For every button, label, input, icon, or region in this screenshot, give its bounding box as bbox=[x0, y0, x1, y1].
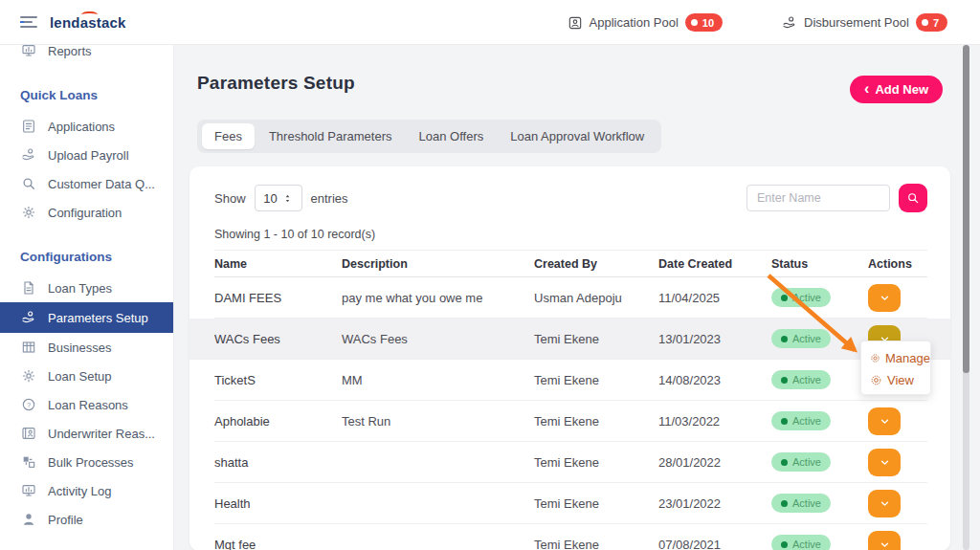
search-input[interactable] bbox=[746, 185, 890, 211]
tab-bar: Fees Threshold Parameters Loan Offers Lo… bbox=[197, 120, 661, 153]
disbursement-pool[interactable]: Disbursement Pool 7 bbox=[782, 13, 947, 32]
sidebar-item-loan-reasons[interactable]: Loan Reasons bbox=[0, 390, 173, 419]
sidebar-item-customer-data-query[interactable]: Customer Data Q... bbox=[0, 169, 173, 198]
menu-item-label: Manage bbox=[885, 351, 930, 365]
table-grid-icon bbox=[21, 340, 36, 355]
column-header-description: Description bbox=[342, 257, 534, 271]
cell-created-by: Temi Ekene bbox=[534, 455, 658, 470]
hand-coin-icon bbox=[782, 15, 797, 31]
monitor-chart-icon bbox=[21, 483, 36, 498]
sidebar-item-configuration[interactable]: Configuration bbox=[0, 198, 173, 227]
search-icon bbox=[906, 191, 920, 205]
row-actions-button[interactable] bbox=[868, 449, 901, 476]
sidebar-section-configurations: Configurations bbox=[20, 250, 173, 264]
search-controls bbox=[746, 184, 927, 212]
sidebar-item-label: Businesses bbox=[48, 341, 111, 355]
status-label: Active bbox=[792, 539, 821, 550]
menu-item-label: View bbox=[887, 373, 914, 387]
sidebar-item-label: Upload Payroll bbox=[48, 148, 129, 163]
show-label: Show bbox=[214, 191, 246, 206]
disbursement-pool-count: 7 bbox=[933, 17, 939, 29]
tab-loan-approval-workflow[interactable]: Loan Approval Workflow bbox=[498, 123, 657, 149]
hand-coin-icon bbox=[21, 310, 36, 325]
search-button[interactable] bbox=[899, 184, 927, 212]
sidebar-item-loan-types[interactable]: Loan Types bbox=[0, 274, 173, 302]
records-summary: Showing 1 - 10 of 10 record(s) bbox=[214, 228, 950, 241]
page-size-control: Show 10 entries bbox=[214, 185, 348, 211]
row-actions-button[interactable] bbox=[868, 284, 901, 312]
sidebar-section-quick-loans: Quick Loans bbox=[20, 88, 173, 102]
scrollbar-thumb[interactable] bbox=[963, 45, 969, 373]
tab-loan-offers[interactable]: Loan Offers bbox=[407, 123, 497, 149]
menu-line bbox=[20, 16, 37, 18]
row-actions-button[interactable] bbox=[868, 531, 901, 550]
cell-created-by: Temi Ekene bbox=[534, 414, 658, 429]
sidebar-item-loan-setup[interactable]: Loan Setup bbox=[0, 362, 173, 390]
cell-date-created: 14/08/2023 bbox=[658, 373, 771, 387]
fees-table-card: Show 10 entries Showing 1 - 10 of 10 rec… bbox=[189, 166, 950, 550]
sidebar-item-label: Customer Data Q... bbox=[48, 177, 155, 191]
page-size-value: 10 bbox=[263, 191, 277, 206]
sidebar-item-reports[interactable]: Reports bbox=[0, 45, 173, 65]
cell-created-by: Temi Ekene bbox=[534, 538, 658, 550]
application-pool-count: 10 bbox=[702, 17, 714, 29]
cell-description: WACs Fees bbox=[342, 332, 534, 346]
presentation-icon bbox=[21, 45, 36, 58]
sidebar-item-label: Bulk Processes bbox=[48, 455, 134, 470]
sidebar-item-parameters-setup[interactable]: Parameters Setup bbox=[0, 302, 173, 333]
sidebar-item-underwriter-reasons[interactable]: Underwriter Reas... bbox=[0, 419, 173, 448]
table-row: DAMI FEES pay me what you owe me Usman A… bbox=[214, 277, 927, 319]
hand-coin-icon bbox=[21, 147, 36, 163]
badge-dot bbox=[922, 19, 928, 26]
sidebar-item-label: Applications bbox=[48, 120, 115, 134]
menu-item-view[interactable]: View bbox=[870, 369, 930, 391]
cell-name: Mgt fee bbox=[214, 538, 342, 550]
menu-line bbox=[20, 26, 37, 28]
status-label: Active bbox=[792, 415, 821, 427]
sidebar-item-applications[interactable]: Applications bbox=[0, 112, 173, 141]
status-badge: Active bbox=[771, 411, 831, 430]
person-icon bbox=[21, 512, 36, 527]
column-header-name: Name bbox=[214, 257, 342, 271]
entries-label: entries bbox=[311, 191, 348, 206]
status-badge: Active bbox=[771, 329, 831, 348]
status-dot-icon bbox=[781, 295, 788, 301]
row-actions-button[interactable] bbox=[868, 407, 901, 435]
sidebar-item-profile[interactable]: Profile bbox=[0, 505, 173, 534]
status-label: Active bbox=[792, 292, 821, 303]
sidebar-item-upload-payroll[interactable]: Upload Payroll bbox=[0, 141, 173, 169]
status-dot-icon bbox=[781, 500, 788, 507]
add-new-button[interactable]: ‹ Add New bbox=[850, 76, 943, 103]
sidebar: Reports Quick Loans Applications Upload … bbox=[0, 45, 174, 550]
application-pool-badge: 10 bbox=[685, 13, 723, 32]
sidebar-item-activity-log[interactable]: Activity Log bbox=[0, 476, 173, 505]
file-icon bbox=[21, 280, 36, 296]
sidebar-item-label: Configuration bbox=[48, 206, 122, 220]
application-pool[interactable]: Application Pool 10 bbox=[568, 13, 723, 32]
table-row: Health Temi Ekene 23/01/2022 Active bbox=[214, 483, 927, 524]
row-actions-button[interactable] bbox=[868, 490, 901, 517]
brand-logo[interactable]: lendastack bbox=[50, 14, 126, 31]
status-label: Active bbox=[792, 374, 821, 385]
page-title: Parameters Setup bbox=[197, 73, 355, 94]
tab-threshold-parameters[interactable]: Threshold Parameters bbox=[256, 123, 405, 149]
column-header-date-created: Date Created bbox=[658, 257, 771, 271]
cell-description: Test Run bbox=[342, 414, 534, 429]
page-size-select[interactable]: 10 bbox=[255, 185, 302, 211]
sidebar-toggle-icon[interactable] bbox=[20, 16, 37, 28]
status-badge: Active bbox=[771, 494, 831, 513]
status-dot-icon bbox=[781, 336, 788, 342]
cell-name: Apholabie bbox=[214, 414, 342, 429]
status-dot-icon bbox=[781, 418, 788, 425]
tab-fees[interactable]: Fees bbox=[202, 123, 255, 149]
cell-name: WACs Fees bbox=[214, 332, 342, 346]
sidebar-item-label: Parameters Setup bbox=[48, 311, 148, 325]
menu-item-manage[interactable]: Manage bbox=[870, 347, 930, 369]
chevron-down-icon bbox=[879, 292, 891, 304]
sidebar-item-businesses[interactable]: Businesses bbox=[0, 333, 173, 362]
sidebar-item-bulk-processes[interactable]: Bulk Processes bbox=[0, 448, 173, 476]
application-pool-label: Application Pool bbox=[590, 15, 679, 30]
cell-date-created: 11/04/2025 bbox=[658, 291, 771, 305]
cell-created-by: Usman Adepoju bbox=[534, 291, 658, 305]
cell-description: MM bbox=[342, 373, 534, 387]
